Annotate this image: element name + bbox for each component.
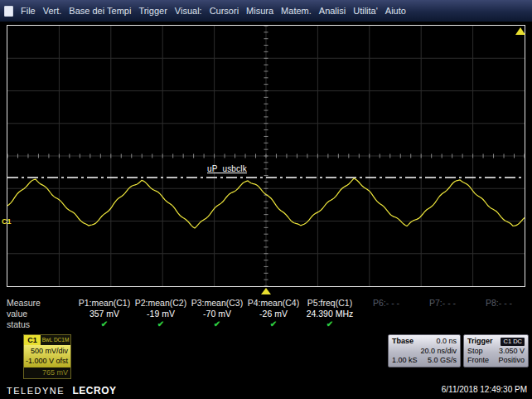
- menu-vertical[interactable]: Vert.: [43, 6, 62, 16]
- file-menu-icon: [4, 6, 13, 17]
- measure-p8-label[interactable]: P8:- - -: [471, 298, 527, 308]
- menu-math[interactable]: Matem.: [281, 6, 312, 16]
- menu-utilities[interactable]: Utilita': [353, 6, 378, 16]
- menu-timebase[interactable]: Base dei Tempi: [69, 6, 131, 16]
- measure-p1-status-ok-icon: ✔: [76, 319, 133, 328]
- menu-measure[interactable]: Misura: [246, 6, 273, 16]
- trigger-time-marker-icon[interactable]: [261, 288, 271, 294]
- measure-p2-status-ok-icon: ✔: [133, 319, 189, 328]
- menu-bar: File Vert. Base dei Tempi Trigger Visual…: [0, 0, 532, 22]
- timebase-position: 0.0 ns: [436, 337, 457, 347]
- channel-readout: 765 mV: [24, 367, 70, 378]
- trigger-source-badge: C1 DC: [501, 338, 525, 346]
- menu-help[interactable]: Aiuto: [385, 6, 406, 16]
- channel-scale: 500 mV/div: [24, 346, 68, 356]
- trigger-title: Trigger: [467, 337, 493, 347]
- timebase-scale: 20.0 ns/div: [420, 347, 457, 357]
- trigger-slope: Positivo: [498, 356, 525, 366]
- measure-table: Measure P1:mean(C1) P2:mean(C2) P3:mean(…: [7, 297, 529, 329]
- menu-analysis[interactable]: Analisi: [319, 6, 346, 16]
- timebase-descriptor-box[interactable]: Tbase 0.0 ns 20.0 ns/div 1.00 kS 5.0 GS/…: [388, 334, 461, 367]
- measure-p4-label[interactable]: P4:mean(C4): [245, 298, 302, 308]
- scope-graticule: [7, 26, 525, 286]
- menu-cursors[interactable]: Cursori: [210, 6, 239, 16]
- measure-p5-label[interactable]: P5:freq(C1): [302, 298, 358, 308]
- menu-display[interactable]: Visual:: [175, 6, 202, 16]
- waveform-display[interactable]: [7, 25, 525, 287]
- measure-p3-label[interactable]: P3:mean(C3): [189, 298, 245, 308]
- measure-p4-status-ok-icon: ✔: [245, 319, 302, 328]
- measure-p7-label[interactable]: P7:- - -: [414, 298, 471, 308]
- channel-coupling-badge: BwL DC1M: [41, 335, 70, 345]
- measure-p2-label[interactable]: P2:mean(C2): [133, 298, 189, 308]
- menu-file[interactable]: File: [21, 6, 36, 16]
- measure-p2-value: -19 mV: [133, 309, 189, 319]
- measure-p5-value: 24.390 MHz: [302, 309, 358, 319]
- brand-lecroy: LECROY: [73, 385, 117, 397]
- datetime-display: 6/11/2018 12:49:30 PM: [442, 385, 527, 394]
- teledyne-lecroy-logo: TELEDYNE LECROY: [7, 382, 117, 397]
- channel-offset: -1.000 V ofst: [24, 356, 68, 366]
- channel-c1-level-marker[interactable]: C1: [2, 217, 12, 226]
- measure-row-label: Measure: [7, 298, 76, 308]
- status-row-label: status: [7, 319, 76, 329]
- trigger-descriptor-box[interactable]: Trigger C1 DC Stop 3.050 V Fronte Positi…: [463, 334, 529, 367]
- channel-c1-tag: C1: [24, 335, 41, 345]
- measure-p1-value: 357 mV: [76, 309, 133, 319]
- channel-c1-descriptor-box[interactable]: C1 BwL DC1M 500 mV/div -1.000 V ofst 765…: [23, 334, 71, 379]
- trigger-level: 3.050 V: [499, 347, 525, 357]
- trigger-level-marker-icon[interactable]: [515, 27, 525, 35]
- measure-p3-value: -70 mV: [189, 309, 245, 319]
- trigger-mode: Stop: [467, 347, 483, 357]
- brand-teledyne: TELEDYNE: [7, 386, 65, 396]
- measure-p4-value: -26 mV: [245, 309, 302, 319]
- measure-p6-label[interactable]: P6:- - -: [358, 298, 414, 308]
- measure-p3-status-ok-icon: ✔: [189, 319, 245, 328]
- timebase-samples: 1.00 kS: [392, 356, 418, 366]
- measure-p5-status-ok-icon: ✔: [302, 319, 358, 328]
- timebase-rate: 5.0 GS/s: [428, 356, 457, 366]
- timebase-title: Tbase: [392, 337, 414, 347]
- trace-annotation-label: uP_usbclk: [207, 164, 247, 173]
- value-row-label: value: [7, 309, 76, 319]
- menu-trigger[interactable]: Trigger: [138, 6, 167, 16]
- trigger-edge-label: Fronte: [467, 356, 489, 366]
- measure-p1-label[interactable]: P1:mean(C1): [76, 298, 133, 308]
